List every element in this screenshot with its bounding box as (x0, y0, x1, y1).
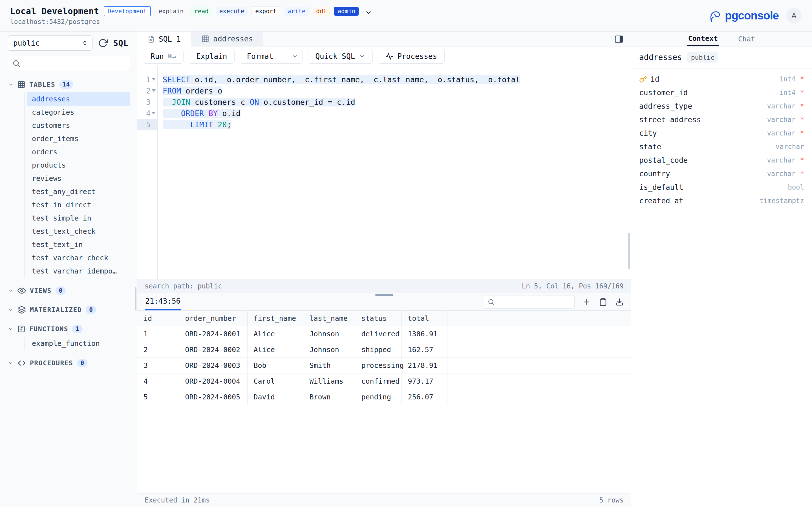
cell[interactable]: 256.07 (402, 389, 447, 405)
sidebar-item-test_varchar_idempo…[interactable]: test_varchar_idempo… (27, 265, 130, 278)
connection-menu-chevron-icon[interactable] (365, 9, 372, 16)
sidebar-item-reviews[interactable]: reviews (27, 172, 130, 185)
fold-marker-icon[interactable] (152, 89, 156, 92)
cell[interactable]: processing (355, 358, 402, 374)
sidebar-search-input[interactable] (23, 59, 126, 68)
context-column-city[interactable]: cityvarchar* (639, 126, 804, 140)
permission-badge-export[interactable]: export (252, 6, 280, 16)
toggle-right-panel-icon[interactable] (614, 34, 624, 44)
cell[interactable]: David (247, 389, 303, 405)
refresh-icon[interactable] (98, 38, 108, 48)
format-button[interactable]: Format (240, 49, 303, 64)
cell[interactable]: 1 (137, 326, 179, 342)
cell[interactable]: 2178.91 (402, 358, 447, 374)
cell[interactable]: Brown (303, 389, 355, 405)
sidebar-item-products[interactable]: products (27, 159, 130, 172)
section-header-functions[interactable]: FUNCTIONS1 (8, 323, 130, 335)
cell[interactable]: ORD-2024-0005 (179, 389, 247, 405)
cell[interactable]: 5 (137, 389, 179, 405)
editor-scrollbar-thumb[interactable] (628, 233, 630, 269)
cell[interactable]: delivered (355, 326, 402, 342)
context-column-created_at[interactable]: created_attimestamptz (639, 194, 804, 208)
permission-badge-write[interactable]: write (284, 7, 309, 16)
context-tab-context[interactable]: Context (687, 32, 719, 46)
table-row[interactable]: 5ORD-2024-0005DavidBrownpending256.07 (137, 389, 631, 405)
cell[interactable]: shipped (355, 342, 402, 358)
context-column-id[interactable]: idint4* (639, 72, 804, 86)
sidebar-item-test_varchar_check[interactable]: test_varchar_check (27, 251, 130, 265)
permission-badge-read[interactable]: read (191, 7, 212, 16)
copy-results-icon[interactable] (599, 298, 607, 306)
results-search-input[interactable] (497, 298, 583, 306)
context-column-is_default[interactable]: is_defaultbool (639, 180, 804, 194)
quick-sql-button[interactable]: Quick SQL (308, 49, 373, 64)
column-header-id[interactable]: id (137, 311, 179, 326)
permission-badge-execute[interactable]: execute (216, 7, 248, 16)
table-row[interactable]: 4ORD-2024-0004CarolWilliamsconfirmed973.… (137, 374, 631, 389)
cell[interactable]: Johnson (303, 326, 355, 342)
tab-sql-1[interactable]: SQL 1 (137, 32, 191, 47)
tab-addresses[interactable]: addresses (191, 32, 263, 46)
explain-button[interactable]: Explain (189, 49, 235, 64)
cell[interactable]: 162.57 (402, 342, 447, 358)
section-header-materialized[interactable]: MATERIALIZED0 (8, 304, 130, 316)
cell[interactable]: ORD-2024-0004 (179, 374, 247, 389)
cell[interactable]: Bob (247, 358, 303, 374)
column-header-status[interactable]: status (355, 311, 402, 326)
fold-marker-icon[interactable] (152, 78, 156, 80)
permission-badge-explain[interactable]: explain (155, 7, 187, 16)
column-header-order_number[interactable]: order_number (179, 311, 247, 326)
sidebar-item-test_in_direct[interactable]: test_in_direct (27, 198, 130, 212)
sql-mode-label[interactable]: SQL (113, 39, 129, 48)
table-row[interactable]: 2ORD-2024-0002AliceJohnsonshipped162.57 (137, 342, 631, 358)
cell[interactable]: ORD-2024-0003 (179, 358, 247, 374)
sidebar-item-test_simple_in[interactable]: test_simple_in (27, 212, 130, 225)
fold-marker-icon[interactable] (152, 112, 156, 114)
sidebar-item-order_items[interactable]: order_items (27, 132, 130, 145)
user-avatar[interactable]: A (786, 8, 802, 24)
context-column-street_address[interactable]: street_addressvarchar* (639, 113, 804, 126)
cell[interactable]: 973.17 (402, 374, 447, 389)
results-resize-handle[interactable] (375, 294, 393, 296)
cell[interactable]: pending (355, 389, 402, 405)
run-button[interactable]: Run ⌘↵ (143, 49, 184, 64)
context-tab-chat[interactable]: Chat (737, 32, 756, 46)
cell[interactable]: Carol (247, 374, 303, 389)
download-results-icon[interactable] (615, 298, 624, 306)
sidebar-item-addresses[interactable]: addresses (27, 93, 130, 106)
sidebar-scrollbar-thumb[interactable] (135, 287, 137, 311)
cell[interactable]: ORD-2024-0001 (179, 326, 247, 342)
result-time-tab[interactable]: 21:43:56 (145, 293, 181, 311)
context-column-customer_id[interactable]: customer_idint4* (639, 86, 804, 100)
sidebar-item-test_text_in[interactable]: test_text_in (27, 238, 130, 251)
sidebar-item-categories[interactable]: categories (27, 106, 130, 119)
cell[interactable]: confirmed (355, 374, 402, 389)
sidebar-item-orders[interactable]: orders (27, 145, 130, 159)
permission-badge-ddl[interactable]: ddl (313, 7, 330, 16)
cell[interactable]: Smith (303, 358, 355, 374)
cell[interactable]: Johnson (303, 342, 355, 358)
context-column-address_type[interactable]: address_typevarchar* (639, 100, 804, 113)
format-chevron-icon[interactable] (288, 53, 302, 59)
editor-code[interactable]: SELECT o.id, o.order_number, c.first_nam… (158, 66, 631, 279)
sidebar-item-test_any_direct[interactable]: test_any_direct (27, 185, 130, 198)
context-column-country[interactable]: countryvarchar* (639, 167, 804, 180)
sidebar-item-example_function[interactable]: example_function (27, 337, 130, 350)
schema-select[interactable]: public (8, 36, 93, 51)
cell[interactable]: Alice (247, 342, 303, 358)
permission-badge-admin[interactable]: admin (334, 7, 359, 16)
table-row[interactable]: 3ORD-2024-0003BobSmithprocessing2178.91 (137, 358, 631, 374)
add-result-tab-icon[interactable] (582, 298, 591, 306)
sidebar-item-customers[interactable]: customers (27, 119, 130, 132)
column-header-total[interactable]: total (402, 311, 447, 326)
section-header-tables[interactable]: TABLES14 (8, 78, 130, 91)
cell[interactable]: Alice (247, 326, 303, 342)
cell[interactable]: 4 (137, 374, 179, 389)
column-header-last_name[interactable]: last_name (303, 311, 355, 326)
sql-editor[interactable]: 12345 SELECT o.id, o.order_number, c.fir… (137, 66, 631, 279)
processes-button[interactable]: Processes (378, 49, 445, 64)
cell[interactable]: 3 (137, 358, 179, 374)
cell[interactable]: Williams (303, 374, 355, 389)
section-header-procedures[interactable]: PROCEDURES0 (8, 357, 130, 369)
cell[interactable]: ORD-2024-0002 (179, 342, 247, 358)
